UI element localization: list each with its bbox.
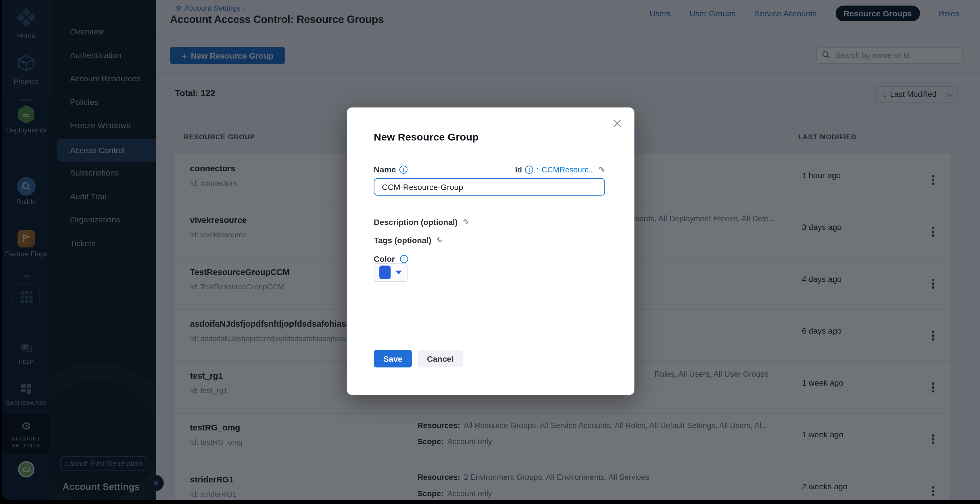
id-label: Id [515, 165, 522, 174]
edit-pencil-icon[interactable]: ✎ [463, 218, 469, 227]
caret-down-icon [396, 271, 402, 274]
save-button[interactable]: Save [374, 350, 412, 367]
modal-title: New Resource Group [374, 131, 479, 143]
color-label: Color [374, 254, 395, 264]
edit-pencil-icon[interactable]: ✎ [598, 165, 605, 175]
description-field-toggle[interactable]: Description (optional) ✎ [374, 218, 469, 227]
new-resource-group-modal: New Resource Group Name i Id i : CCMReso… [347, 108, 634, 395]
close-icon[interactable] [612, 119, 622, 130]
color-picker-button[interactable] [374, 263, 407, 282]
description-label: Description (optional) [374, 218, 458, 227]
name-label: Name i [374, 165, 408, 175]
color-swatch [379, 266, 391, 279]
cancel-button[interactable]: Cancel [418, 350, 463, 367]
name-id-row: Name i Id i : CCMResourc... ✎ [374, 165, 605, 175]
tags-label: Tags (optional) [374, 235, 432, 245]
info-icon[interactable]: i [400, 255, 408, 263]
color-field-label: Color i [374, 254, 408, 264]
name-label-text: Name [374, 165, 396, 175]
id-value-link[interactable]: CCMResourc... [542, 165, 595, 174]
name-input[interactable] [374, 178, 605, 196]
app-window: Home Projects ∞ Deployments Builds Featu… [2, 0, 980, 500]
screen: Home Projects ∞ Deployments Builds Featu… [0, 0, 980, 504]
id-separator: : [536, 165, 539, 174]
edit-pencil-icon[interactable]: ✎ [436, 235, 443, 245]
tags-field-toggle[interactable]: Tags (optional) ✎ [374, 235, 444, 245]
info-icon[interactable]: i [525, 165, 533, 173]
id-display: Id i : CCMResourc... ✎ [515, 165, 605, 175]
info-icon[interactable]: i [400, 165, 408, 173]
